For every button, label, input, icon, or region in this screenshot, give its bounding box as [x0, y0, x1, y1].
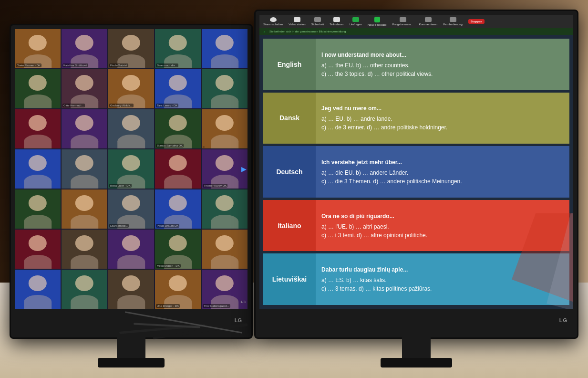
- video-cell: Bianca Samatha-DK: [155, 109, 201, 148]
- left-monitor: Grete Ranner - DK Kateřina Smíšková Fisc…: [10, 24, 253, 339]
- video-cell: [62, 109, 107, 148]
- sidebar-arrow[interactable]: ▶: [241, 165, 247, 173]
- video-cell: Miltig Mahon - DK: [155, 230, 201, 269]
- video-cell: [15, 189, 61, 229]
- right-monitor-logo: LG: [559, 317, 567, 323]
- share-icon: [374, 17, 380, 22]
- notification-text: Sie befinden sich in der gemeinsamen Bil…: [269, 30, 346, 33]
- video-cell: [62, 189, 107, 229]
- survey-options-deutsch: a) … die EU. b) … andere Länder. c) … di…: [321, 168, 462, 186]
- notification-bar: ✓ Sie befinden sich in der gemeinsamen B…: [259, 28, 573, 35]
- left-monitor-screen: Grete Ranner - DK Kateřina Smíšková Fisc…: [15, 29, 248, 309]
- video-cell: Paula Draum-DK: [155, 189, 201, 229]
- survey-text-deutsch: Ich verstehe jetzt mehr über... a) … die…: [316, 146, 569, 198]
- toolbar-mute-button[interactable]: Stummschalten: [263, 17, 283, 26]
- video-cell: [202, 29, 248, 68]
- video-cell: Laura Imegr...: [108, 189, 154, 229]
- video-cell: [202, 189, 248, 229]
- video-cell: Tara Lenev - DK: [155, 69, 201, 108]
- lang-label-deutsch: Deutsch: [263, 146, 316, 198]
- survey-text-english: I now understand more about... a) … the …: [316, 39, 569, 90]
- toolbar-polls-button[interactable]: Umfragen: [350, 17, 362, 26]
- toolbar-remote-button[interactable]: Fernbedienung: [443, 17, 462, 26]
- remote-icon: [450, 17, 456, 22]
- right-monitor-bezel: Stummschalten Video starten Sicherheit T…: [254, 10, 578, 339]
- right-monitor-base: [381, 358, 452, 368]
- survey-row-english: English I now understand more about... a…: [263, 39, 569, 90]
- video-cell: [15, 109, 61, 148]
- video-cell: Bine mach die...: [155, 29, 201, 68]
- lang-label-dansk: Dansk: [263, 93, 316, 144]
- comment-icon: [425, 17, 432, 22]
- toolbar-video-button[interactable]: Video starten: [289, 17, 305, 26]
- cable-cluster: [95, 292, 540, 340]
- notification-icon: ✓: [263, 30, 266, 33]
- mic-icon: [270, 17, 277, 22]
- survey-options-lietuviskai: a) … ES. b) … kitas šalis. c) … 3 temas.…: [321, 276, 432, 293]
- share-under-icon: [400, 17, 406, 22]
- survey-question-english: I now understand more about...: [321, 51, 433, 59]
- survey-row-dansk: Dansk Jeg ved nu mere om... a) … EU. b) …: [263, 93, 569, 144]
- toolbar-participants-button[interactable]: Teilnehmer: [330, 17, 343, 26]
- survey-content: English I now understand more about... a…: [259, 35, 573, 309]
- video-cell: [15, 149, 61, 189]
- left-monitor-bezel: Grete Ranner - DK Kateřina Smíšková Fisc…: [10, 24, 253, 339]
- video-cell: [202, 69, 248, 108]
- video-grid: Grete Ranner - DK Kateřina Smíšková Fisc…: [15, 29, 248, 309]
- video-cell: Borja Lider - DK: [108, 149, 154, 189]
- survey-question-italiano: Ora ne so di più riguardo...: [321, 212, 427, 220]
- chart-icon: [352, 17, 359, 22]
- video-cell: [202, 109, 248, 148]
- toolbar-comment-button[interactable]: Kommentieren: [419, 17, 437, 26]
- toolbar-share-under-button[interactable]: Freigabe unter...: [392, 17, 413, 26]
- zoom-toolbar: Stummschalten Video starten Sicherheit T…: [259, 15, 573, 28]
- survey-question-dansk: Jeg ved nu mere om...: [321, 104, 447, 113]
- video-cell: [155, 149, 201, 189]
- survey-question-lietuviskai: Dabar turiu daugiau žinių apie...: [321, 265, 432, 274]
- toolbar-share-button[interactable]: Neue Freigabe: [368, 17, 387, 26]
- right-monitor-screen: Stummschalten Video starten Sicherheit T…: [259, 15, 573, 309]
- video-cell: [15, 69, 61, 108]
- shield-icon: [314, 17, 321, 22]
- toolbar-security-button[interactable]: Sicherheit: [311, 17, 324, 26]
- video-icon: [294, 17, 300, 22]
- people-icon: [333, 17, 340, 22]
- survey-options-english: a) … the EU. b) … other countries. c) … …: [321, 61, 433, 78]
- video-cell: [15, 230, 61, 269]
- lang-label-english: English: [263, 39, 316, 90]
- video-cell: [62, 149, 107, 189]
- video-cell: [108, 109, 154, 148]
- survey-row-italiano: Italiano Ora ne so di più riguardo... a)…: [263, 200, 569, 252]
- video-cell: [15, 270, 61, 309]
- video-cell: Gitte Hermod-...: [62, 69, 107, 108]
- survey-options-dansk: a) … EU. b) … andre lande. c) … de 3 emn…: [321, 115, 447, 132]
- stop-button[interactable]: Stoppen: [468, 19, 485, 24]
- survey-row-deutsch: Deutsch Ich verstehe jetzt mehr über... …: [263, 146, 569, 198]
- video-cell: Fisch-Gabriel: [108, 29, 154, 68]
- survey-text-dansk: Jeg ved nu mere om... a) … EU. b) … andr…: [316, 93, 569, 144]
- video-cell: Kateřina Smíšková: [62, 29, 107, 68]
- video-cell: Gedburg-Abilds...: [108, 69, 154, 108]
- lang-label-italiano: Italiano: [263, 200, 316, 252]
- video-cell: [108, 230, 154, 269]
- right-monitor: Stummschalten Video starten Sicherheit T…: [254, 10, 578, 339]
- video-cell: [62, 230, 107, 269]
- survey-text-italiano: Ora ne so di più riguardo... a) … l'UE. …: [316, 200, 569, 252]
- video-cell: Thomer Karby-DK: [202, 149, 248, 189]
- left-monitor-base: [98, 358, 165, 368]
- video-cell: [202, 230, 248, 269]
- video-cell: Grete Ranner - DK: [15, 29, 61, 68]
- survey-question-deutsch: Ich verstehe jetzt mehr über...: [321, 158, 462, 167]
- survey-options-italiano: a) … l'UE. b) … altri paesi. c) … i 3 te…: [321, 222, 427, 240]
